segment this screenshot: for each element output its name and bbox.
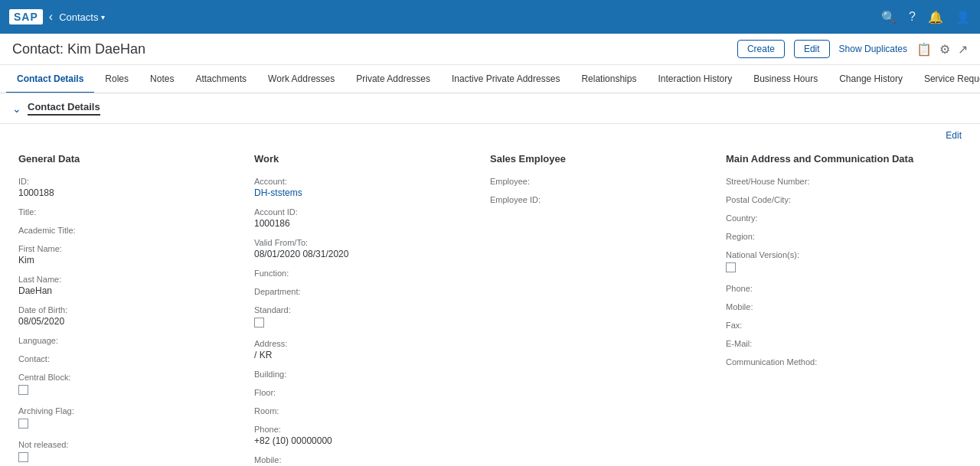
data-grid: General Data ID: 1000188 Title: Academic… (0, 144, 980, 466)
user-icon[interactable]: 👤 (956, 10, 971, 24)
section-title: Contact Details (28, 101, 100, 116)
field-contact-label: Contact: (18, 354, 242, 363)
main-address-title: Main Address and Communication Data (726, 153, 949, 165)
tab-private-addresses[interactable]: Private Addresses (345, 66, 441, 93)
field-not-released-checkbox[interactable] (18, 452, 28, 462)
field-id-label: ID: (18, 177, 242, 186)
field-main-fax-label: Fax: (726, 321, 949, 330)
field-building: Building: (254, 370, 478, 379)
tab-interaction-history[interactable]: Interaction History (647, 66, 743, 93)
show-duplicates-button[interactable]: Show Duplicates (839, 44, 907, 54)
edit-button[interactable]: Edit (794, 40, 830, 58)
field-last-name-label: Last Name: (18, 275, 242, 284)
field-region: Region: (726, 232, 949, 241)
field-account-id: Account ID: 1000186 (254, 207, 478, 229)
field-dob-label: Date of Birth: (18, 305, 242, 314)
field-floor-label: Floor: (254, 388, 478, 397)
fullscreen-icon[interactable]: ↗ (958, 42, 968, 57)
page-actions: Create Edit Show Duplicates 📋 ⚙ ↗ (737, 40, 968, 58)
field-postal-city-label: Postal Code/City: (726, 195, 949, 204)
settings-icon[interactable]: ⚙ (939, 42, 950, 57)
field-floor: Floor: (254, 388, 478, 397)
field-national-versions-label: National Version(s): (726, 250, 949, 259)
field-central-block-label: Central Block: (18, 373, 242, 382)
field-work-phone-value: +82 (10) 00000000 (254, 435, 478, 446)
tab-business-hours[interactable]: Business Hours (743, 66, 828, 93)
field-work-mobile-label: Mobile: (254, 455, 478, 464)
field-not-released-label: Not released: (18, 440, 242, 449)
field-contact: Contact: (18, 354, 242, 363)
work-title: Work (254, 153, 478, 165)
search-icon[interactable]: 🔍 (881, 10, 897, 24)
field-account-id-label: Account ID: (254, 207, 478, 217)
field-account-value[interactable]: DH-ststems (254, 187, 302, 198)
field-main-mobile: Mobile: (726, 302, 949, 311)
field-academic-title-label: Academic Title: (18, 226, 242, 235)
tab-bar: Contact Details Roles Notes Attachments … (0, 65, 980, 93)
field-archiving-flag-checkbox[interactable] (18, 419, 28, 429)
page-header: Contact: Kim DaeHan Create Edit Show Dup… (0, 34, 980, 65)
content-area: ⌄ Contact Details Edit General Data ID: … (0, 93, 980, 466)
field-main-phone: Phone: (726, 284, 949, 293)
field-not-released: Not released: (18, 440, 242, 464)
field-building-label: Building: (254, 370, 478, 379)
field-archiving-flag-label: Archiving Flag: (18, 406, 242, 415)
field-country: Country: (726, 213, 949, 223)
field-standard: Standard: (254, 305, 478, 330)
field-central-block-checkbox[interactable] (18, 385, 28, 395)
field-academic-title: Academic Title: (18, 226, 242, 235)
tab-roles[interactable]: Roles (94, 66, 139, 93)
work-column: Work Account: DH-ststems Account ID: 100… (254, 153, 490, 466)
notification-icon[interactable]: 🔔 (928, 10, 943, 24)
tab-contact-details[interactable]: Contact Details (6, 66, 94, 93)
share-icon[interactable]: 📋 (916, 42, 932, 57)
field-function: Function: (254, 269, 478, 278)
tab-relationships[interactable]: Relationships (570, 66, 647, 93)
field-main-fax: Fax: (726, 321, 949, 330)
tab-change-history[interactable]: Change History (828, 66, 913, 93)
field-employee: Employee: (490, 177, 714, 186)
field-last-name-value: DaeHan (18, 285, 242, 296)
back-icon[interactable]: ‹ (49, 10, 53, 24)
field-title-label: Title: (18, 207, 242, 217)
field-archiving-flag: Archiving Flag: (18, 406, 242, 431)
field-account: Account: DH-ststems (254, 177, 478, 198)
nav-module-contacts[interactable]: Contacts ▾ (59, 11, 105, 23)
field-dob-value: 08/05/2020 (18, 316, 242, 327)
field-id-value: 1000188 (18, 187, 242, 198)
field-central-block: Central Block: (18, 373, 242, 397)
create-button[interactable]: Create (737, 40, 785, 58)
general-data-column: General Data ID: 1000188 Title: Academic… (18, 153, 254, 466)
field-id: ID: 1000188 (18, 177, 242, 198)
tab-inactive-private-addresses[interactable]: Inactive Private Addresses (441, 66, 570, 93)
field-work-phone: Phone: +82 (10) 00000000 (254, 425, 478, 446)
section-toggle-icon[interactable]: ⌄ (12, 103, 21, 115)
field-national-versions-checkbox[interactable] (726, 262, 736, 272)
main-address-column: Main Address and Communication Data Stre… (726, 153, 962, 466)
page-title: Contact: Kim DaeHan (12, 41, 145, 57)
tab-notes[interactable]: Notes (139, 66, 185, 93)
field-employee-id: Employee ID: (490, 195, 714, 204)
general-data-title: General Data (18, 153, 242, 165)
field-first-name-value: Kim (18, 255, 242, 266)
field-country-label: Country: (726, 213, 949, 223)
tab-work-addresses[interactable]: Work Addresses (257, 66, 345, 93)
field-address-value: / KR (254, 350, 478, 360)
edit-link[interactable]: Edit (946, 130, 962, 141)
field-first-name: First Name: Kim (18, 244, 242, 266)
field-main-email: E-Mail: (726, 339, 949, 348)
field-communication-method-label: Communication Method: (726, 357, 949, 367)
tab-attachments[interactable]: Attachments (185, 66, 257, 93)
tab-service-requests[interactable]: Service Requests (913, 66, 980, 93)
field-standard-checkbox[interactable] (254, 318, 264, 328)
field-address-label: Address: (254, 339, 478, 348)
field-account-label: Account: (254, 177, 478, 186)
field-first-name-label: First Name: (18, 244, 242, 253)
sales-employee-title: Sales Employee (490, 153, 714, 165)
help-icon[interactable]: ? (909, 10, 916, 24)
top-bar-icons: 🔍 ? 🔔 👤 (881, 10, 971, 24)
field-valid-from-to-label: Valid From/To: (254, 238, 478, 247)
field-account-id-value: 1000186 (254, 218, 478, 229)
field-employee-label: Employee: (490, 177, 714, 186)
field-work-phone-label: Phone: (254, 425, 478, 434)
